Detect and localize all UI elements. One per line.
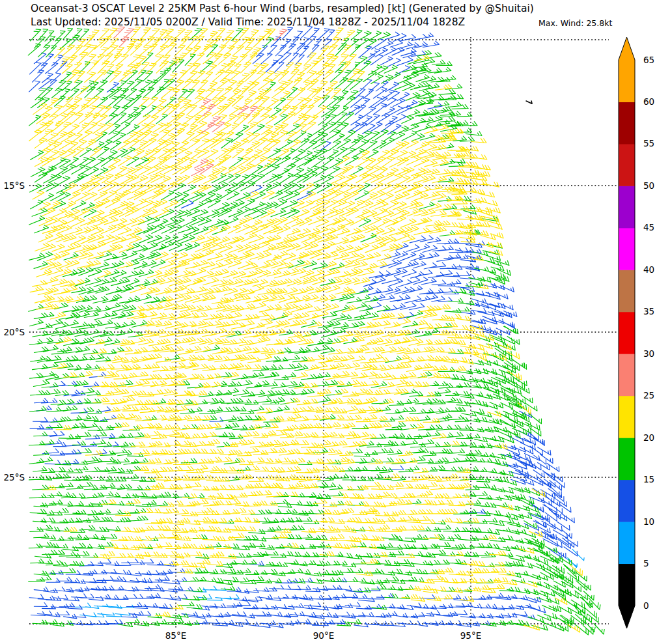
- svg-text:15: 15: [643, 474, 654, 484]
- svg-text:30: 30: [643, 348, 654, 359]
- svg-text:95°E: 95°E: [460, 630, 481, 641]
- svg-text:5: 5: [643, 558, 649, 568]
- svg-text:0: 0: [643, 600, 649, 611]
- svg-text:50: 50: [643, 180, 654, 191]
- svg-text:15°S: 15°S: [4, 180, 25, 191]
- svg-text:90°E: 90°E: [313, 630, 334, 641]
- svg-text:25: 25: [643, 390, 654, 400]
- svg-text:85°E: 85°E: [165, 630, 186, 641]
- wind-speed-colorbar: 05101520253035404550556065: [619, 37, 654, 628]
- svg-text:25°S: 25°S: [4, 472, 25, 483]
- svg-text:10: 10: [643, 516, 654, 527]
- svg-text:45: 45: [643, 222, 654, 232]
- wind-barb-field: [28, 26, 604, 635]
- figure-window: { "header": { "title": "Oceansat-3 OSCAT…: [0, 0, 657, 644]
- svg-text:60: 60: [643, 96, 654, 107]
- wind-barb-map: 15°S20°S25°S85°E90°E95°E 051015202530354…: [0, 0, 657, 644]
- svg-text:65: 65: [643, 55, 654, 65]
- svg-text:55: 55: [643, 138, 654, 148]
- svg-text:40: 40: [643, 264, 654, 275]
- svg-text:35: 35: [643, 306, 654, 316]
- svg-text:20°S: 20°S: [4, 327, 25, 337]
- svg-text:20: 20: [643, 432, 654, 443]
